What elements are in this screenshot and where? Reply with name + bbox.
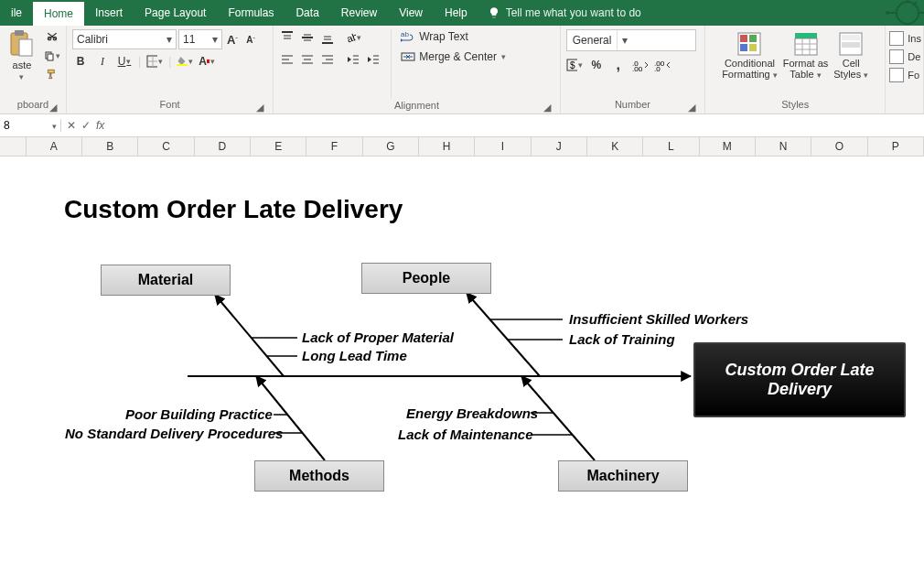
col-header[interactable]: C: [138, 137, 194, 156]
align-middle-button[interactable]: [299, 29, 316, 46]
tell-me[interactable]: Tell me what you want to do: [478, 0, 650, 26]
category-people[interactable]: People: [361, 263, 491, 294]
font-dialog-launcher[interactable]: ◢: [254, 102, 265, 113]
font-color-button[interactable]: A▾: [199, 53, 215, 70]
accounting-format-button[interactable]: $▾: [566, 57, 583, 73]
font-name-value: Calibri: [73, 33, 163, 46]
comma-button[interactable]: ,: [610, 57, 627, 73]
cause-text[interactable]: Lack of Training: [569, 331, 675, 347]
cause-text[interactable]: No Standard Delivery Procedures: [65, 426, 283, 441]
tab-file[interactable]: ile: [0, 0, 33, 26]
underline-button[interactable]: U▾: [116, 53, 133, 70]
format-button[interactable]: Fo: [889, 66, 921, 84]
col-header[interactable]: F: [306, 137, 362, 156]
borders-button[interactable]: ▾: [146, 53, 163, 70]
col-header[interactable]: M: [700, 137, 756, 156]
fishbone-head[interactable]: Custom Order Late Delivery: [693, 342, 906, 417]
format-painter-button[interactable]: [44, 66, 60, 82]
svg-rect-47: [749, 35, 757, 42]
format-as-table-button[interactable]: Format asTable: [781, 29, 831, 82]
cause-text[interactable]: Lack of Maintenance: [398, 427, 533, 442]
clipboard-dialog-launcher[interactable]: ◢: [48, 102, 59, 113]
group-cells-partial: Ins De Fo: [886, 26, 924, 113]
category-methods[interactable]: Methods: [254, 460, 384, 492]
align-center-button[interactable]: [299, 51, 316, 68]
percent-button[interactable]: %: [588, 57, 605, 73]
col-header[interactable]: A: [27, 137, 82, 156]
conditional-formatting-button[interactable]: ConditionalFormatting: [720, 29, 779, 82]
decrease-font-button[interactable]: Aˇ: [242, 31, 259, 48]
increase-font-button[interactable]: Aˆ: [224, 31, 241, 48]
wrap-text-button[interactable]: ab Wrap Text: [401, 29, 506, 44]
tab-view[interactable]: View: [388, 0, 434, 26]
tab-home[interactable]: Home: [33, 0, 84, 26]
tab-page-layout[interactable]: Page Layout: [134, 0, 217, 26]
group-alignment: ab▾ ab Wrap Text Merge & Center ▾ Al: [274, 26, 560, 113]
category-machinery[interactable]: Machinery: [558, 460, 688, 492]
svg-line-60: [215, 295, 284, 376]
svg-rect-49: [749, 44, 757, 51]
name-box[interactable]: 8: [0, 119, 61, 132]
svg-rect-10: [177, 64, 188, 66]
col-header[interactable]: G: [363, 137, 419, 156]
alignment-dialog-launcher[interactable]: ◢: [542, 102, 553, 113]
tab-data[interactable]: Data: [285, 0, 329, 26]
align-bottom-button[interactable]: [319, 29, 336, 46]
paste-label: aste: [13, 59, 32, 70]
enter-formula-button[interactable]: ✓: [81, 119, 91, 132]
font-size-combo[interactable]: 11▾: [178, 29, 222, 49]
group-cells-label: [889, 84, 921, 101]
col-header[interactable]: L: [643, 137, 699, 156]
col-header[interactable]: H: [419, 137, 475, 156]
col-header[interactable]: D: [195, 137, 251, 156]
col-header[interactable]: J: [532, 137, 587, 156]
svg-rect-48: [740, 44, 747, 51]
paste-button[interactable]: aste: [5, 27, 38, 84]
bold-button[interactable]: B: [72, 53, 89, 70]
worksheet-area[interactable]: Custom Order Late Delivery Material Peop…: [0, 157, 924, 545]
insert-button[interactable]: Ins: [889, 29, 921, 48]
col-header[interactable]: K: [587, 137, 643, 156]
align-left-button[interactable]: [279, 51, 295, 68]
increase-decimal-button[interactable]: .0.00: [632, 57, 649, 73]
tab-formulas[interactable]: Formulas: [217, 0, 285, 26]
tab-help[interactable]: Help: [434, 0, 478, 26]
decrease-indent-button[interactable]: [345, 51, 361, 68]
number-format-select[interactable]: General ▾: [566, 29, 696, 51]
increase-indent-button[interactable]: [365, 51, 381, 68]
orientation-button[interactable]: ab▾: [345, 29, 361, 46]
svg-point-0: [897, 2, 919, 24]
fill-color-button[interactable]: ▾: [177, 53, 193, 70]
italic-button[interactable]: I: [94, 53, 111, 70]
tab-insert[interactable]: Insert: [84, 0, 134, 26]
number-dialog-launcher[interactable]: ◢: [686, 102, 697, 113]
copy-button[interactable]: ▾: [44, 48, 60, 64]
cell-styles-button[interactable]: CellStyles: [832, 29, 870, 82]
merge-center-button[interactable]: Merge & Center ▾: [401, 49, 506, 64]
cause-text[interactable]: Energy Breakdowns: [406, 405, 538, 421]
align-right-button[interactable]: [319, 51, 336, 68]
tab-review[interactable]: Review: [330, 0, 388, 26]
delete-button[interactable]: De: [889, 48, 921, 66]
category-material[interactable]: Material: [101, 265, 231, 296]
svg-rect-58: [842, 42, 860, 48]
cut-button[interactable]: [44, 29, 60, 46]
col-header[interactable]: E: [251, 137, 306, 156]
decrease-decimal-button[interactable]: .00.0: [654, 57, 671, 73]
col-header[interactable]: O: [811, 137, 867, 156]
col-header[interactable]: B: [82, 137, 138, 156]
cause-text[interactable]: Poor Building Practice: [125, 406, 273, 422]
insert-function-button[interactable]: fx: [96, 119, 104, 132]
col-header[interactable]: I: [475, 137, 531, 156]
col-header[interactable]: P: [868, 137, 924, 156]
cause-text[interactable]: Lack of Proper Material: [302, 330, 454, 345]
col-header[interactable]: N: [756, 137, 811, 156]
cause-text[interactable]: Long Lead Time: [302, 348, 407, 363]
select-all-corner[interactable]: [0, 137, 27, 156]
svg-rect-6: [48, 54, 53, 60]
font-name-combo[interactable]: Calibri▾: [72, 29, 177, 49]
align-top-button[interactable]: [279, 29, 295, 46]
cause-text[interactable]: Insufficient Skilled Workers: [569, 311, 748, 327]
wrap-text-icon: ab: [401, 29, 415, 44]
cancel-formula-button[interactable]: ✕: [67, 119, 76, 132]
